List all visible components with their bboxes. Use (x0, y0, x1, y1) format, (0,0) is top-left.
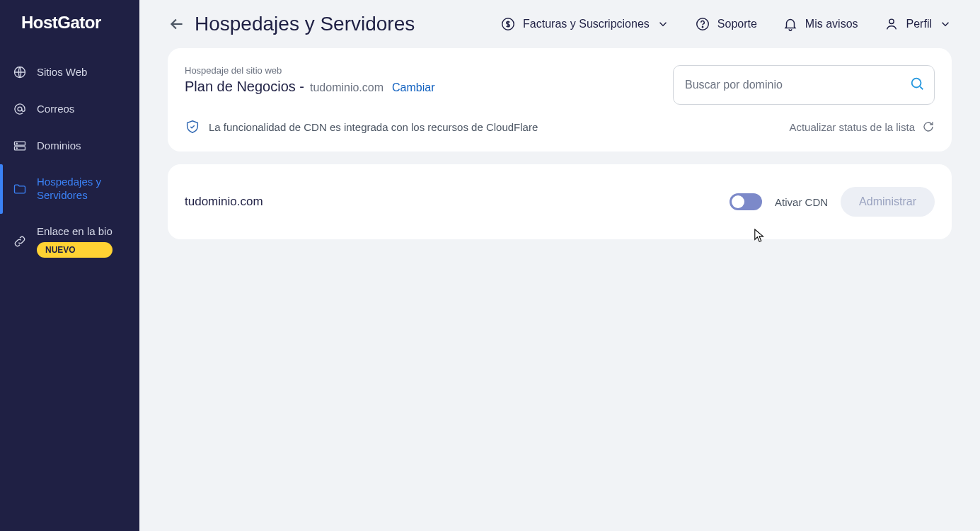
sidebar-nav: Sitios Web Correos Dominios Hospedajes y… (0, 54, 139, 269)
search-wrap (673, 65, 935, 105)
chevron-down-icon (939, 18, 952, 30)
at-icon (13, 102, 27, 116)
nav-support[interactable]: Soporte (695, 16, 757, 32)
cdn-toggle[interactable] (730, 193, 762, 210)
domain-actions: Ativar CDN Administrar (730, 187, 935, 217)
sidebar-item-label: Sitios Web (37, 66, 87, 79)
sidebar-item-label: Correos (37, 103, 74, 116)
help-circle-icon (695, 16, 710, 32)
arrow-left-icon (168, 15, 186, 33)
link-icon (13, 234, 27, 249)
back-button[interactable] (168, 15, 186, 33)
sidebar-item-sites[interactable]: Sitios Web (0, 54, 139, 91)
brand-logo: HostGator (0, 13, 139, 47)
toggle-knob (732, 195, 744, 208)
svg-point-5 (16, 148, 17, 149)
new-badge: NUEVO (37, 242, 113, 258)
user-icon (884, 16, 899, 32)
sidebar-item-hosting[interactable]: Hospedajes y Servidores (0, 164, 139, 214)
svg-point-9 (889, 19, 893, 23)
svg-point-4 (16, 143, 17, 144)
refresh-label: Actualizar status de la lista (789, 121, 915, 133)
search-button[interactable] (909, 76, 925, 94)
domain-name: tudominio.com (185, 195, 263, 209)
main: Hospedajes y Servidores Facturas y Suscr… (139, 0, 980, 531)
manage-button[interactable]: Administrar (841, 187, 935, 217)
sidebar: HostGator Sitios Web Correos Dominios Ho… (0, 0, 139, 531)
sidebar-item-label: Hospedajes y Servidores (37, 176, 127, 202)
sidebar-item-label: Enlace en la bio (37, 225, 113, 239)
chevron-down-icon (657, 18, 669, 30)
sidebar-item-linkbio[interactable]: Enlace en la bio NUEVO (0, 214, 139, 270)
toggle-label: Ativar CDN (775, 196, 828, 208)
nav-notices-label: Mis avisos (805, 18, 858, 30)
hosting-kicker: Hospedaje del sitio web (185, 65, 435, 76)
hosting-card: Hospedaje del sitio web Plan de Negocios… (168, 48, 952, 152)
hosting-header-left: Hospedaje del sitio web Plan de Negocios… (185, 65, 435, 95)
globe-icon (13, 65, 27, 79)
plan-name: Plan de Negocios - (185, 79, 304, 95)
topbar-actions: Facturas y Suscripciones Soporte Mis avi… (500, 16, 952, 32)
sidebar-item-label-wrap: Enlace en la bio NUEVO (37, 225, 113, 258)
sidebar-item-domains[interactable]: Dominios (0, 127, 139, 164)
bell-icon (783, 16, 798, 32)
shield-check-icon (185, 119, 200, 135)
search-input[interactable] (673, 65, 935, 105)
search-icon (909, 76, 925, 91)
refresh-icon (922, 120, 935, 133)
folder-icon (13, 182, 27, 196)
plan-domain: tudominio.com (310, 81, 384, 94)
svg-point-10 (912, 79, 921, 88)
nav-notices[interactable]: Mis avisos (783, 16, 858, 32)
nav-support-label: Soporte (717, 18, 757, 30)
server-icon (13, 139, 27, 153)
topbar: Hospedajes y Servidores Facturas y Suscr… (139, 0, 980, 48)
sidebar-item-label: Dominios (37, 139, 81, 153)
sidebar-item-emails[interactable]: Correos (0, 91, 139, 127)
nav-billing-label: Facturas y Suscripciones (523, 18, 650, 30)
svg-point-8 (702, 26, 703, 27)
nav-profile-label: Perfil (906, 18, 932, 30)
domain-row: tudominio.com Ativar CDN Administrar (168, 164, 952, 239)
refresh-link[interactable]: Actualizar status de la lista (789, 120, 935, 133)
hosting-card-header: Hospedaje del sitio web Plan de Negocios… (185, 65, 935, 105)
dollar-circle-icon (500, 16, 516, 32)
info-message: La funcionalidad de CDN es integrada con… (209, 121, 538, 133)
info-row: La funcionalidad de CDN es integrada con… (185, 119, 935, 135)
content: Hospedaje del sitio web Plan de Negocios… (139, 48, 980, 239)
info-text: La funcionalidad de CDN es integrada con… (185, 119, 538, 135)
nav-profile[interactable]: Perfil (884, 16, 952, 32)
back-title-group: Hospedajes y Servidores (168, 13, 415, 35)
plan-line: Plan de Negocios - tudominio.com Cambiar (185, 79, 435, 95)
page-title: Hospedajes y Servidores (195, 13, 415, 35)
change-link[interactable]: Cambiar (392, 81, 434, 94)
nav-billing[interactable]: Facturas y Suscripciones (500, 16, 669, 32)
svg-point-1 (18, 107, 22, 111)
